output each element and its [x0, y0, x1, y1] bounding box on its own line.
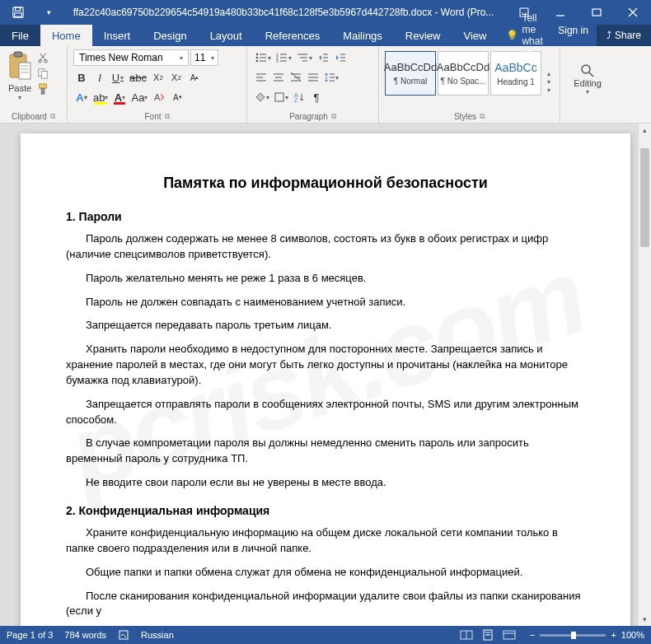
save-button[interactable] [0, 0, 36, 25]
group-clipboard: Paste ▾ Clipboard⧉ [0, 46, 68, 123]
doc-paragraph: Не вводите свои пароли если вы не уверен… [66, 475, 585, 491]
shading-button[interactable]: ▾ [253, 89, 271, 105]
bold-button[interactable]: B [73, 69, 90, 86]
grow-font-button[interactable]: A▴ [186, 69, 203, 86]
line-spacing-button[interactable]: ▾ [322, 69, 340, 86]
zoom-level[interactable]: 100% [621, 630, 644, 640]
align-left-button[interactable] [253, 69, 269, 86]
tab-layout[interactable]: Layout [199, 25, 254, 46]
titlebar: ▾ ffa22c40ac69750b229654c54919a480b33bc4… [0, 0, 651, 25]
close-button[interactable] [615, 0, 651, 25]
borders-button[interactable]: ▾ [272, 89, 290, 105]
scroll-up-button[interactable]: ▴ [639, 124, 651, 137]
scroll-thumb[interactable] [640, 148, 649, 247]
document-page[interactable]: Памятка по информационной безопасности 1… [21, 133, 630, 626]
copy-button[interactable] [37, 67, 49, 80]
superscript-button[interactable]: X2 [168, 69, 185, 86]
font-name-select[interactable]: Times New Roman▾ [73, 49, 189, 66]
svg-rect-19 [41, 88, 44, 94]
lightbulb-icon: 💡 [506, 30, 518, 41]
view-print-layout[interactable] [479, 628, 497, 642]
tell-me[interactable]: 💡Tell me what yo [498, 12, 550, 58]
svg-text:A: A [154, 92, 161, 102]
paste-dropdown[interactable]: ▾ [18, 94, 21, 101]
show-hide-button[interactable]: ¶ [308, 89, 325, 105]
scroll-down-button[interactable]: ▾ [639, 613, 651, 626]
tab-review[interactable]: Review [394, 25, 452, 46]
align-center-button[interactable] [270, 69, 287, 86]
editing-label: Editing [574, 78, 602, 88]
doc-paragraph: Пароль желательно менять не реже 1 раза … [66, 271, 585, 287]
change-case-button[interactable]: Aa▾ [129, 89, 149, 105]
font-color-button[interactable]: A▾ [111, 89, 128, 105]
bullets-button[interactable]: ▾ [253, 49, 273, 66]
cut-button[interactable] [37, 51, 49, 64]
sign-in-button[interactable]: Sign in [550, 25, 597, 46]
window-title: ffa22c40ac69750b229654c54919a480b33bc41f… [61, 7, 506, 18]
increase-indent-button[interactable] [332, 49, 349, 66]
group-font: Times New Roman▾ 11▾ B I U▾ abc X2 X2 A▴… [68, 46, 247, 123]
svg-rect-69 [503, 631, 515, 639]
svg-rect-17 [41, 71, 47, 78]
doc-paragraph: Пароль должен содержать не менее 8 симво… [66, 231, 585, 263]
tab-mailings[interactable]: Mailings [331, 25, 394, 46]
svg-rect-2 [15, 13, 22, 16]
style-no-spacing[interactable]: AaBbCcDd ¶ No Spac... [438, 51, 489, 96]
ribbon: Paste ▾ Clipboard⧉ Times New Roman▾ 11▾ … [0, 46, 651, 124]
doc-paragraph: Общие папки и папки обмена служат для об… [66, 565, 585, 581]
status-page[interactable]: Page 1 of 3 [7, 630, 53, 640]
group-editing: Editing ▾ [560, 46, 651, 123]
text-effects-button[interactable]: A▾ [73, 89, 90, 105]
doc-paragraph: Пароль не должен совпадать с наименовани… [66, 295, 585, 310]
multilevel-list-button[interactable]: ▾ [294, 49, 314, 66]
align-right-button[interactable] [288, 69, 304, 86]
zoom-out-button[interactable]: − [530, 630, 535, 640]
status-proofing-icon[interactable] [118, 629, 129, 641]
paste-button[interactable] [6, 49, 34, 82]
styles-launcher[interactable]: ⧉ [480, 112, 485, 121]
decrease-indent-button[interactable] [315, 49, 331, 66]
strikethrough-button[interactable]: abc [128, 69, 148, 86]
clear-formatting-button[interactable]: A [151, 89, 167, 105]
clipboard-group-label: Clipboard [12, 112, 47, 121]
italic-button[interactable]: I [91, 69, 108, 86]
tab-file[interactable]: File [0, 25, 40, 46]
highlight-button[interactable]: ab▾ [91, 89, 110, 105]
tab-view[interactable]: View [452, 25, 498, 46]
view-web-layout[interactable] [500, 628, 518, 642]
font-launcher[interactable]: ⧉ [165, 112, 170, 121]
maximize-button[interactable] [578, 0, 615, 25]
ribbon-tabs: File Home Insert Design Layout Reference… [0, 25, 651, 46]
numbering-button[interactable]: 123▾ [274, 49, 293, 66]
editing-arrow[interactable]: ▾ [586, 88, 589, 96]
sort-button[interactable]: AZ [291, 89, 307, 105]
view-read-mode[interactable] [457, 628, 475, 642]
tab-references[interactable]: References [254, 25, 331, 46]
style-normal[interactable]: AaBbCcDd ¶ Normal [385, 51, 436, 96]
editing-dropdown[interactable] [578, 63, 597, 78]
justify-button[interactable] [305, 69, 321, 86]
tab-insert[interactable]: Insert [92, 25, 143, 46]
qat-more[interactable]: ▾ [36, 8, 61, 16]
font-size-select[interactable]: 11▾ [190, 49, 218, 66]
share-button[interactable]: ⤴Share [597, 25, 651, 46]
document-area: pcrisk.com Памятка по информационной без… [0, 124, 651, 626]
clipboard-launcher[interactable]: ⧉ [50, 112, 55, 121]
underline-button[interactable]: U▾ [110, 69, 126, 86]
subscript-button[interactable]: X2 [150, 69, 166, 86]
zoom-in-button[interactable]: + [611, 630, 616, 640]
shrink-font-button[interactable]: A▾ [169, 89, 185, 105]
paragraph-launcher[interactable]: ⧉ [331, 112, 336, 121]
status-words[interactable]: 784 words [64, 630, 106, 640]
svg-rect-18 [40, 84, 47, 88]
styles-group-label: Styles [454, 112, 476, 121]
vertical-scrollbar[interactable]: ▴ ▾ [638, 124, 651, 626]
tab-home[interactable]: Home [40, 25, 92, 46]
status-language[interactable]: Russian [141, 630, 174, 640]
format-painter-button[interactable] [37, 82, 49, 96]
doc-paragraph: После сканирования конфиденциальной инфо… [66, 589, 585, 620]
tab-design[interactable]: Design [142, 25, 198, 46]
share-icon: ⤴ [607, 30, 611, 41]
zoom-slider[interactable] [540, 634, 606, 637]
svg-rect-9 [14, 52, 22, 57]
